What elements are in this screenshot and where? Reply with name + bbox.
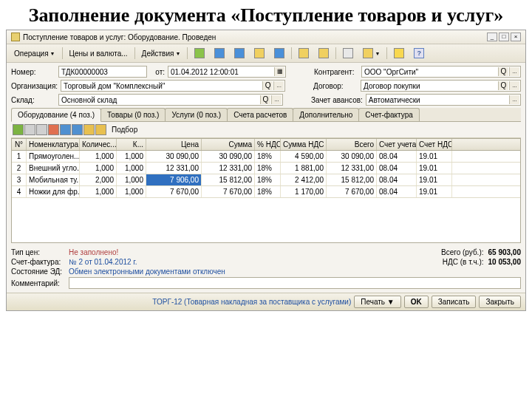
contr-field[interactable]: ООО "ОргСити"Q... bbox=[361, 66, 521, 78]
sklad-open-icon[interactable]: Q bbox=[260, 95, 270, 104]
col-nom[interactable]: Номенклатура bbox=[27, 139, 80, 150]
cell[interactable]: 30 090,00 bbox=[327, 151, 377, 162]
write-button[interactable]: Записать bbox=[432, 296, 477, 308]
items-grid[interactable]: N° Номенклатура Количес... К... Цена Сум… bbox=[11, 138, 521, 243]
org-select-icon[interactable]: ... bbox=[273, 81, 284, 90]
row-down-icon[interactable] bbox=[72, 124, 83, 135]
cell[interactable]: 1,000 bbox=[80, 151, 117, 162]
cell[interactable]: 19.01 bbox=[417, 151, 452, 162]
cell[interactable]: 7 906,00 bbox=[146, 174, 202, 185]
row-add-icon[interactable] bbox=[13, 124, 24, 135]
operation-menu[interactable]: Операция▼ bbox=[10, 47, 60, 60]
date-field[interactable]: 01.04.2012 12:00:01▦ bbox=[168, 66, 286, 78]
cell[interactable]: 08.04 bbox=[377, 186, 417, 197]
tab-accounts[interactable]: Счета расчетов bbox=[227, 108, 293, 121]
row-sort-icon[interactable] bbox=[83, 124, 95, 135]
post-icon[interactable] bbox=[250, 46, 269, 61]
cell[interactable]: 2 bbox=[12, 163, 27, 174]
cell[interactable]: 7 670,00 bbox=[202, 186, 255, 197]
col-acc[interactable]: Счет учета bbox=[377, 139, 417, 150]
cell[interactable]: 18% bbox=[255, 186, 281, 197]
cell[interactable]: 18% bbox=[255, 163, 281, 174]
cell[interactable]: 19.01 bbox=[417, 186, 452, 197]
minimize-button[interactable]: _ bbox=[487, 33, 497, 41]
cell[interactable]: 2 412,00 bbox=[281, 174, 327, 185]
row-copy-icon[interactable] bbox=[24, 124, 35, 135]
table-row[interactable]: 3Мобильная ту...2,0001,0007 906,0015 812… bbox=[12, 174, 520, 186]
prices-button[interactable]: Цены и валюта... bbox=[65, 47, 132, 60]
col-qty[interactable]: Количес... bbox=[80, 139, 117, 150]
cell[interactable]: 1 170,00 bbox=[281, 186, 327, 197]
cell[interactable]: Внешний угло... bbox=[27, 163, 80, 174]
cell[interactable]: 08.04 bbox=[377, 151, 417, 162]
tab-services[interactable]: Услуги (0 поз.) bbox=[165, 108, 228, 121]
tab-goods[interactable]: Товары (0 поз.) bbox=[100, 108, 166, 121]
cell[interactable]: 3 bbox=[12, 174, 27, 185]
cell[interactable]: 12 331,00 bbox=[202, 163, 255, 174]
zach-field[interactable]: Автоматически... bbox=[366, 94, 521, 106]
maximize-button[interactable]: □ bbox=[499, 33, 509, 41]
cell[interactable]: 1 881,00 bbox=[281, 163, 327, 174]
comment-field[interactable] bbox=[69, 277, 521, 289]
cell[interactable]: 7 670,00 bbox=[327, 186, 377, 197]
torg-link[interactable]: ТОРГ-12 (Товарная накладная за поставщик… bbox=[152, 298, 351, 306]
col-total[interactable]: Всего bbox=[327, 139, 377, 150]
cell[interactable]: Прямоуголен... bbox=[27, 151, 80, 162]
col-vsum[interactable]: Сумма НДС bbox=[281, 139, 327, 150]
cell[interactable]: 18% bbox=[255, 174, 281, 185]
add-icon[interactable] bbox=[190, 46, 209, 61]
col-accv[interactable]: Счет НДС bbox=[417, 139, 452, 150]
cell[interactable]: 08.04 bbox=[377, 174, 417, 185]
cell[interactable]: 15 812,00 bbox=[202, 174, 255, 185]
tab-additional[interactable]: Дополнительно bbox=[293, 108, 359, 121]
number-field[interactable]: ТДК00000003 bbox=[58, 66, 147, 78]
podbor-button[interactable]: Подбор bbox=[107, 123, 142, 136]
nav2-icon[interactable] bbox=[230, 46, 249, 61]
date-picker-icon[interactable]: ▦ bbox=[274, 67, 284, 76]
table-row[interactable]: 4Ножки для фр...1,0001,0007 670,007 670,… bbox=[12, 186, 520, 198]
cell[interactable]: 15 812,00 bbox=[327, 174, 377, 185]
report-icon[interactable] bbox=[314, 46, 333, 61]
cell[interactable]: 1,000 bbox=[117, 186, 146, 197]
cell[interactable]: 30 090,00 bbox=[146, 151, 202, 162]
cell[interactable]: 1,000 bbox=[117, 151, 146, 162]
cell[interactable]: 4 590,00 bbox=[281, 151, 327, 162]
org-open-icon[interactable]: Q bbox=[262, 81, 273, 90]
row-edit-icon[interactable] bbox=[36, 124, 47, 135]
cell[interactable]: 19.01 bbox=[417, 174, 452, 185]
extra-icon[interactable]: ▼ bbox=[358, 46, 384, 61]
cell[interactable]: 19.01 bbox=[417, 163, 452, 174]
close-button[interactable]: × bbox=[511, 33, 521, 41]
save-icon[interactable] bbox=[270, 46, 289, 61]
col-sum[interactable]: Сумма bbox=[202, 139, 255, 150]
row-sort2-icon[interactable] bbox=[95, 124, 106, 135]
cell[interactable]: Ножки для фр... bbox=[27, 186, 80, 197]
print-button[interactable]: Печать ▼ bbox=[354, 296, 400, 308]
nav-icon[interactable] bbox=[210, 46, 229, 61]
sklad-select-icon[interactable]: ... bbox=[271, 95, 282, 104]
col-k[interactable]: К... bbox=[117, 139, 146, 150]
grid-empty[interactable] bbox=[12, 198, 520, 242]
print-icon[interactable] bbox=[338, 46, 358, 61]
cell[interactable]: 1,000 bbox=[117, 174, 146, 185]
row-delete-icon[interactable] bbox=[48, 124, 59, 135]
tab-invoice[interactable]: Счет-фактура bbox=[358, 108, 419, 121]
cell[interactable]: 12 331,00 bbox=[146, 163, 202, 174]
contr-select-icon[interactable]: ... bbox=[509, 67, 519, 76]
col-n[interactable]: N° bbox=[12, 139, 27, 150]
struct-icon[interactable] bbox=[294, 46, 313, 61]
ok-button[interactable]: OK bbox=[404, 296, 429, 308]
zach-select-icon[interactable]: ... bbox=[509, 95, 519, 104]
actions-menu[interactable]: Действия▼ bbox=[137, 47, 185, 60]
cell[interactable]: 7 670,00 bbox=[146, 186, 202, 197]
cell[interactable]: 2,000 bbox=[80, 174, 117, 185]
dog-select-icon[interactable]: ... bbox=[509, 81, 519, 90]
dog-open-icon[interactable]: Q bbox=[498, 81, 508, 90]
contr-open-icon[interactable]: Q bbox=[498, 67, 508, 76]
tab-equipment[interactable]: Оборудование (4 поз.) bbox=[11, 108, 101, 122]
col-price[interactable]: Цена bbox=[146, 139, 202, 150]
cell[interactable]: 30 090,00 bbox=[202, 151, 255, 162]
ed-link[interactable]: Обмен электронными документами отключен bbox=[69, 267, 521, 276]
sf-link[interactable]: № 2 от 01.04.2012 г. bbox=[69, 258, 443, 266]
sklad-field[interactable]: Основной складQ... bbox=[58, 94, 283, 106]
